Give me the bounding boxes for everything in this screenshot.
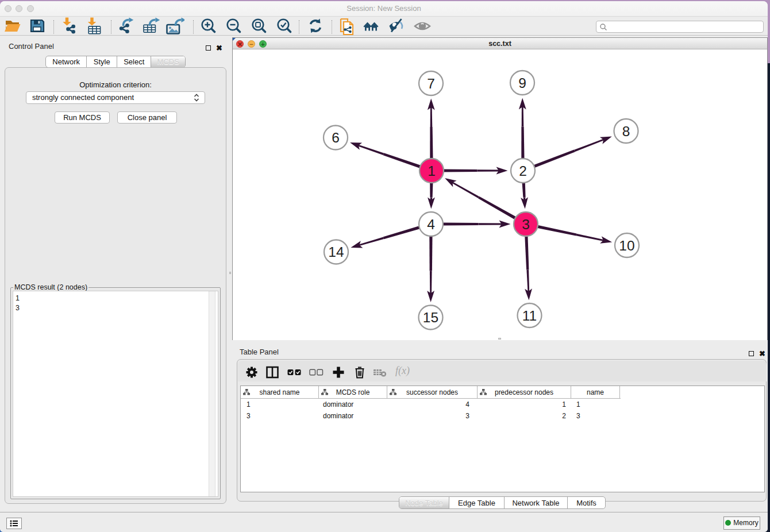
svg-text:14: 14 — [328, 244, 344, 260]
svg-text:2: 2 — [519, 163, 527, 179]
svg-text:3: 3 — [522, 217, 530, 232]
svg-text:7: 7 — [427, 76, 435, 91]
svg-text:11: 11 — [522, 308, 537, 323]
svg-text:9: 9 — [518, 75, 526, 91]
svg-text:10: 10 — [619, 238, 634, 253]
svg-text:4: 4 — [427, 217, 435, 232]
svg-text:15: 15 — [423, 310, 438, 325]
svg-text:6: 6 — [332, 130, 340, 145]
svg-text:8: 8 — [622, 124, 630, 139]
svg-text:1: 1 — [428, 163, 436, 179]
